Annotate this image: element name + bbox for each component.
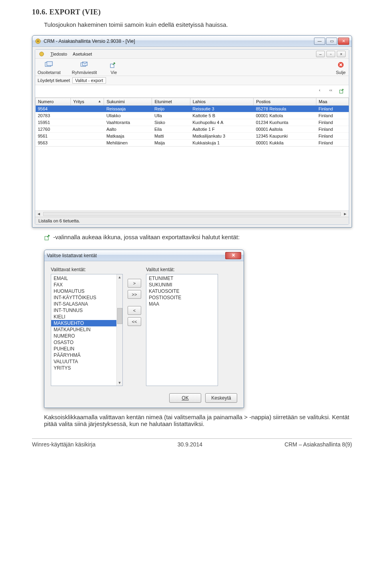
tool-ryhmaviestit[interactable]: Ryhmäviestit	[72, 60, 97, 75]
mdi-child: Tiedosto Asetukset – ▫ × Osoitetarrat Ry…	[35, 49, 349, 225]
list-item[interactable]: MAA	[146, 301, 218, 307]
table-header: NumeroYritys▲SukunimiEtunimetLahiosPosti…	[36, 98, 349, 106]
ok-button[interactable]: OK	[169, 393, 201, 403]
cell: Kukkaiskuja 1	[190, 140, 254, 146]
list-item[interactable]: YRITYS	[51, 365, 122, 371]
cell: 00001 Aaltola	[254, 126, 316, 133]
add-button[interactable]: >	[128, 279, 141, 288]
menu-tiedosto[interactable]: Tiedosto	[50, 52, 67, 56]
footer-right: CRM – Asiakashallinta 8(9)	[284, 441, 352, 448]
scroll-left-icon[interactable]: ◄	[36, 212, 42, 216]
scroll-thumb[interactable]	[117, 308, 122, 324]
after-paragraph: Kaksoisklikkaamalla valittavan kentän ni…	[44, 414, 352, 427]
list-item[interactable]: OSASTO	[51, 339, 122, 346]
list-item[interactable]: PUHELIN	[51, 346, 122, 352]
list-item[interactable]: PÄÄRYHMÄ	[51, 352, 122, 358]
column-header[interactable]: Maa	[316, 98, 348, 106]
list-item[interactable]: MAKSUEHTO	[51, 320, 122, 326]
table-row[interactable]: 9561MatkaajaMattiMatkailijankatu 312345 …	[36, 133, 349, 140]
child-close-button[interactable]: ×	[337, 51, 346, 57]
cell	[70, 133, 104, 140]
cell	[70, 140, 104, 146]
child-restore-button[interactable]: ▫	[326, 51, 335, 57]
column-header[interactable]: Numero	[36, 98, 71, 106]
tool-osoitetarrat[interactable]: Osoitetarrat	[38, 60, 60, 75]
svg-rect-3	[47, 62, 52, 66]
list-item[interactable]: FAX	[51, 282, 122, 288]
horizontal-scrollbar[interactable]: ◄ ►	[35, 210, 349, 217]
table-row[interactable]: 9563MehiläinenMaijaKukkaiskuja 100001 Ku…	[36, 140, 349, 146]
dialog-title: Valitse listattavat kentät	[47, 253, 97, 258]
dialog-close-button[interactable]: ✕	[225, 252, 241, 259]
cell: Eila	[152, 126, 190, 133]
cell: Finland	[316, 140, 348, 146]
list-item[interactable]: VALUUTTA	[51, 358, 122, 365]
list-item[interactable]: ETUNIMET	[146, 275, 218, 282]
page-footer: Winres-käyttäjän käsikirja 30.9.2014 CRM…	[32, 439, 352, 448]
list-item[interactable]: SUKUNIMI	[146, 282, 218, 288]
app-icon	[35, 38, 41, 44]
cell: 12345 Kaupunki	[254, 133, 316, 140]
list-item[interactable]: POSTIOSOITE	[146, 294, 218, 301]
scroll-down-icon[interactable]: ▼	[118, 380, 122, 386]
nav-export-icon[interactable]	[338, 88, 346, 95]
cell: Reissutie 3	[190, 106, 254, 112]
list-item[interactable]: EMAIL	[51, 275, 122, 282]
close-button[interactable]: ✕	[338, 38, 349, 45]
available-listbox[interactable]: EMAILFAXHUOMAUTUSINT-KÄYTTÖIKEUSINT-SALA…	[51, 274, 123, 386]
maximize-button[interactable]: ▭	[326, 38, 337, 45]
close-icon	[335, 60, 346, 69]
footer-center: 30.9.2014	[178, 441, 202, 448]
table-row[interactable]: 20783UllakkoUllaKattotie 5 B00001 Kattol…	[36, 112, 349, 119]
nav-prev[interactable]: ‹	[315, 88, 324, 95]
nav-first[interactable]: ‹‹	[326, 88, 335, 95]
list-item[interactable]: NUMERO	[51, 333, 122, 339]
child-icon	[38, 51, 45, 57]
cell: Kattotie 5 B	[190, 112, 254, 119]
list-item[interactable]: KATUOSOITE	[146, 288, 218, 294]
scroll-right-icon[interactable]: ►	[342, 212, 348, 216]
tool-vie[interactable]: Vie	[108, 60, 119, 75]
column-header[interactable]: Lahios	[190, 98, 254, 106]
list-item[interactable]: HUOMAUTUS	[51, 288, 122, 294]
remove-all-button[interactable]: <<	[128, 317, 141, 326]
column-header[interactable]: Etunimet	[152, 98, 190, 106]
table-row[interactable]: 12760AaltoEilaAaltotie 1 F00001 AaltolaF…	[36, 126, 349, 133]
tool-label: Ryhmäviestit	[72, 70, 97, 75]
select-fields-dialog: Valitse listattavat kentät ✕ Valittavat …	[44, 250, 244, 408]
scroll-up-icon[interactable]: ▲	[118, 274, 122, 280]
cell: Mehiläinen	[104, 140, 152, 146]
cell: 00001 Kukkila	[254, 140, 316, 146]
minimize-button[interactable]: —	[314, 38, 325, 45]
cell: 01234 Kuohunta	[254, 119, 316, 126]
cell: 9561	[36, 133, 71, 140]
app-window: CRM - Asiakashallinta Versio 2.9038 - [V…	[32, 35, 352, 228]
table-row[interactable]: 15951VaahtorantaSiskoKuohupolku 4 A01234…	[36, 119, 349, 126]
column-header[interactable]: Sukunimi	[104, 98, 152, 106]
column-header[interactable]: Postios	[254, 98, 316, 106]
tool-sulje[interactable]: Sulje	[335, 60, 346, 75]
list-item[interactable]: MATKAPUHELIN	[51, 326, 122, 333]
cancel-button[interactable]: Keskeytä	[205, 393, 237, 403]
vertical-scrollbar[interactable]: ▲ ▼	[116, 274, 122, 386]
cell: Ulla	[152, 112, 190, 119]
list-item[interactable]: INT-SALASANA	[51, 301, 122, 307]
window-title: CRM - Asiakashallinta Versio 2.9038 - [V…	[44, 38, 135, 44]
list-item[interactable]: INT-KÄYTTÖIKEUS	[51, 294, 122, 301]
menubar: Tiedosto Asetukset – ▫ ×	[35, 50, 349, 59]
cell	[70, 112, 104, 119]
between-text: -valinnalla aukeaa ikkuna, jossa valitaa…	[53, 234, 240, 240]
svg-rect-8	[340, 90, 343, 93]
cell: 15951	[36, 119, 71, 126]
list-item[interactable]: KIELI	[51, 314, 122, 320]
add-all-button[interactable]: >>	[128, 290, 141, 299]
column-header[interactable]: Yritys▲	[70, 98, 104, 106]
list-item[interactable]: INT-TUNNUS	[51, 307, 122, 314]
table-row[interactable]: 9564ReissaajaReijoReissutie 385278 Reiss…	[36, 106, 349, 112]
cell: 85278 Reissula	[254, 106, 316, 112]
remove-button[interactable]: <	[128, 306, 141, 315]
child-minimize-button[interactable]: –	[316, 51, 325, 57]
scroll-track[interactable]	[43, 212, 341, 216]
selected-listbox[interactable]: ETUNIMETSUKUNIMIKATUOSOITEPOSTIOSOITEMAA	[146, 274, 218, 386]
menu-asetukset[interactable]: Asetukset	[73, 52, 92, 56]
